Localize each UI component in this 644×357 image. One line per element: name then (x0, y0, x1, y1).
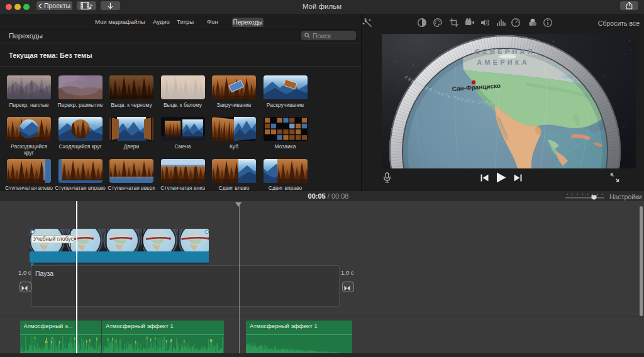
svg-text:СЕВЕРНАЯ: СЕВЕРНАЯ (475, 48, 535, 55)
svg-text:АМЕРИКА: АМЕРИКА (477, 58, 530, 66)
